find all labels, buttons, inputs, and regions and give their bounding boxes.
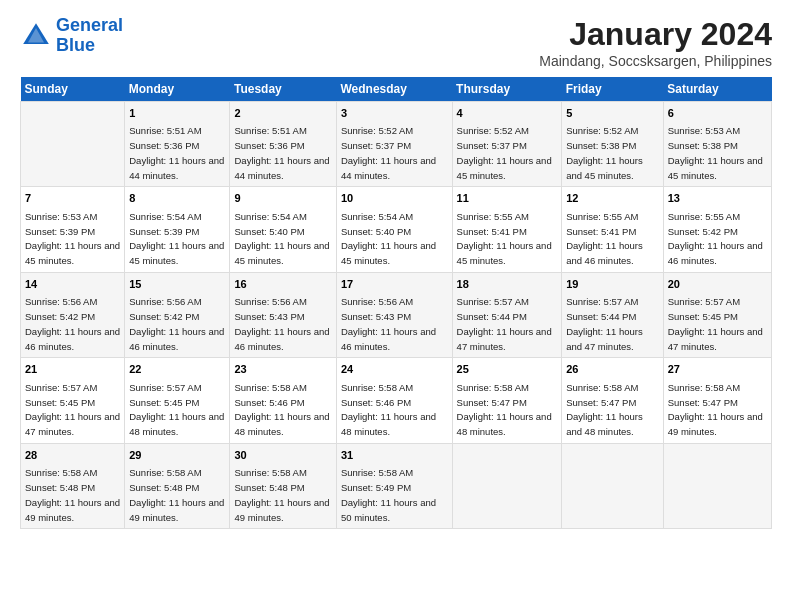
day-info: Sunrise: 5:58 AMSunset: 5:47 PMDaylight:… (668, 382, 763, 437)
day-info: Sunrise: 5:58 AMSunset: 5:48 PMDaylight:… (129, 467, 224, 522)
calendar-cell: 9 Sunrise: 5:54 AMSunset: 5:40 PMDayligh… (230, 187, 336, 272)
day-number: 8 (129, 191, 225, 206)
calendar-cell: 18 Sunrise: 5:57 AMSunset: 5:44 PMDaylig… (452, 272, 562, 357)
day-info: Sunrise: 5:58 AMSunset: 5:48 PMDaylight:… (25, 467, 120, 522)
col-header-saturday: Saturday (663, 77, 771, 102)
day-info: Sunrise: 5:52 AMSunset: 5:38 PMDaylight:… (566, 125, 643, 180)
calendar-cell: 11 Sunrise: 5:55 AMSunset: 5:41 PMDaylig… (452, 187, 562, 272)
day-number: 25 (457, 362, 558, 377)
day-number: 4 (457, 106, 558, 121)
calendar-cell: 8 Sunrise: 5:54 AMSunset: 5:39 PMDayligh… (125, 187, 230, 272)
calendar-cell: 17 Sunrise: 5:56 AMSunset: 5:43 PMDaylig… (336, 272, 452, 357)
day-number: 28 (25, 448, 120, 463)
calendar-cell: 14 Sunrise: 5:56 AMSunset: 5:42 PMDaylig… (21, 272, 125, 357)
page: General Blue January 2024 Maindang, Socc… (0, 0, 792, 612)
day-info: Sunrise: 5:57 AMSunset: 5:44 PMDaylight:… (457, 296, 552, 351)
calendar-cell: 22 Sunrise: 5:57 AMSunset: 5:45 PMDaylig… (125, 358, 230, 443)
day-number: 18 (457, 277, 558, 292)
calendar-cell: 1 Sunrise: 5:51 AMSunset: 5:36 PMDayligh… (125, 102, 230, 187)
day-number: 19 (566, 277, 659, 292)
day-info: Sunrise: 5:56 AMSunset: 5:43 PMDaylight:… (234, 296, 329, 351)
day-number: 3 (341, 106, 448, 121)
main-title: January 2024 (539, 16, 772, 53)
day-info: Sunrise: 5:52 AMSunset: 5:37 PMDaylight:… (457, 125, 552, 180)
day-info: Sunrise: 5:56 AMSunset: 5:43 PMDaylight:… (341, 296, 436, 351)
day-number: 15 (129, 277, 225, 292)
week-row-2: 14 Sunrise: 5:56 AMSunset: 5:42 PMDaylig… (21, 272, 772, 357)
day-info: Sunrise: 5:58 AMSunset: 5:49 PMDaylight:… (341, 467, 436, 522)
day-info: Sunrise: 5:56 AMSunset: 5:42 PMDaylight:… (129, 296, 224, 351)
day-info: Sunrise: 5:57 AMSunset: 5:45 PMDaylight:… (129, 382, 224, 437)
col-header-sunday: Sunday (21, 77, 125, 102)
calendar-cell (452, 443, 562, 528)
calendar-cell: 10 Sunrise: 5:54 AMSunset: 5:40 PMDaylig… (336, 187, 452, 272)
day-number: 1 (129, 106, 225, 121)
day-number: 2 (234, 106, 331, 121)
logo: General Blue (20, 16, 123, 56)
day-info: Sunrise: 5:53 AMSunset: 5:38 PMDaylight:… (668, 125, 763, 180)
calendar-cell: 5 Sunrise: 5:52 AMSunset: 5:38 PMDayligh… (562, 102, 664, 187)
day-info: Sunrise: 5:58 AMSunset: 5:47 PMDaylight:… (566, 382, 643, 437)
calendar-cell: 24 Sunrise: 5:58 AMSunset: 5:46 PMDaylig… (336, 358, 452, 443)
day-info: Sunrise: 5:57 AMSunset: 5:44 PMDaylight:… (566, 296, 643, 351)
day-info: Sunrise: 5:55 AMSunset: 5:42 PMDaylight:… (668, 211, 763, 266)
calendar-cell (21, 102, 125, 187)
logo-text: General Blue (56, 16, 123, 56)
calendar-cell: 25 Sunrise: 5:58 AMSunset: 5:47 PMDaylig… (452, 358, 562, 443)
day-info: Sunrise: 5:58 AMSunset: 5:46 PMDaylight:… (341, 382, 436, 437)
day-info: Sunrise: 5:58 AMSunset: 5:48 PMDaylight:… (234, 467, 329, 522)
calendar-cell: 26 Sunrise: 5:58 AMSunset: 5:47 PMDaylig… (562, 358, 664, 443)
day-info: Sunrise: 5:52 AMSunset: 5:37 PMDaylight:… (341, 125, 436, 180)
logo-line2: Blue (56, 35, 95, 55)
logo-icon (20, 20, 52, 52)
week-row-1: 7 Sunrise: 5:53 AMSunset: 5:39 PMDayligh… (21, 187, 772, 272)
calendar-cell: 21 Sunrise: 5:57 AMSunset: 5:45 PMDaylig… (21, 358, 125, 443)
subtitle: Maindang, Soccsksargen, Philippines (539, 53, 772, 69)
day-info: Sunrise: 5:54 AMSunset: 5:40 PMDaylight:… (341, 211, 436, 266)
day-info: Sunrise: 5:51 AMSunset: 5:36 PMDaylight:… (234, 125, 329, 180)
week-row-3: 21 Sunrise: 5:57 AMSunset: 5:45 PMDaylig… (21, 358, 772, 443)
calendar-cell: 30 Sunrise: 5:58 AMSunset: 5:48 PMDaylig… (230, 443, 336, 528)
day-number: 29 (129, 448, 225, 463)
calendar-cell: 3 Sunrise: 5:52 AMSunset: 5:37 PMDayligh… (336, 102, 452, 187)
day-number: 6 (668, 106, 767, 121)
title-block: January 2024 Maindang, Soccsksargen, Phi… (539, 16, 772, 69)
calendar-cell: 31 Sunrise: 5:58 AMSunset: 5:49 PMDaylig… (336, 443, 452, 528)
calendar-cell: 16 Sunrise: 5:56 AMSunset: 5:43 PMDaylig… (230, 272, 336, 357)
calendar-cell: 28 Sunrise: 5:58 AMSunset: 5:48 PMDaylig… (21, 443, 125, 528)
calendar-cell: 4 Sunrise: 5:52 AMSunset: 5:37 PMDayligh… (452, 102, 562, 187)
day-number: 10 (341, 191, 448, 206)
day-number: 16 (234, 277, 331, 292)
day-info: Sunrise: 5:51 AMSunset: 5:36 PMDaylight:… (129, 125, 224, 180)
day-number: 27 (668, 362, 767, 377)
calendar-cell: 23 Sunrise: 5:58 AMSunset: 5:46 PMDaylig… (230, 358, 336, 443)
day-info: Sunrise: 5:55 AMSunset: 5:41 PMDaylight:… (566, 211, 643, 266)
day-number: 11 (457, 191, 558, 206)
col-header-friday: Friday (562, 77, 664, 102)
day-number: 24 (341, 362, 448, 377)
calendar-cell (663, 443, 771, 528)
day-info: Sunrise: 5:53 AMSunset: 5:39 PMDaylight:… (25, 211, 120, 266)
header-row: SundayMondayTuesdayWednesdayThursdayFrid… (21, 77, 772, 102)
col-header-wednesday: Wednesday (336, 77, 452, 102)
day-number: 31 (341, 448, 448, 463)
calendar-cell: 6 Sunrise: 5:53 AMSunset: 5:38 PMDayligh… (663, 102, 771, 187)
day-info: Sunrise: 5:55 AMSunset: 5:41 PMDaylight:… (457, 211, 552, 266)
header: General Blue January 2024 Maindang, Socc… (20, 16, 772, 69)
day-number: 7 (25, 191, 120, 206)
day-info: Sunrise: 5:54 AMSunset: 5:40 PMDaylight:… (234, 211, 329, 266)
day-info: Sunrise: 5:54 AMSunset: 5:39 PMDaylight:… (129, 211, 224, 266)
calendar-cell: 7 Sunrise: 5:53 AMSunset: 5:39 PMDayligh… (21, 187, 125, 272)
day-number: 17 (341, 277, 448, 292)
day-number: 21 (25, 362, 120, 377)
day-number: 22 (129, 362, 225, 377)
calendar-cell: 20 Sunrise: 5:57 AMSunset: 5:45 PMDaylig… (663, 272, 771, 357)
day-number: 9 (234, 191, 331, 206)
calendar-cell: 2 Sunrise: 5:51 AMSunset: 5:36 PMDayligh… (230, 102, 336, 187)
day-number: 23 (234, 362, 331, 377)
calendar-cell: 27 Sunrise: 5:58 AMSunset: 5:47 PMDaylig… (663, 358, 771, 443)
day-number: 13 (668, 191, 767, 206)
col-header-monday: Monday (125, 77, 230, 102)
logo-line1: General (56, 15, 123, 35)
calendar-table: SundayMondayTuesdayWednesdayThursdayFrid… (20, 77, 772, 529)
